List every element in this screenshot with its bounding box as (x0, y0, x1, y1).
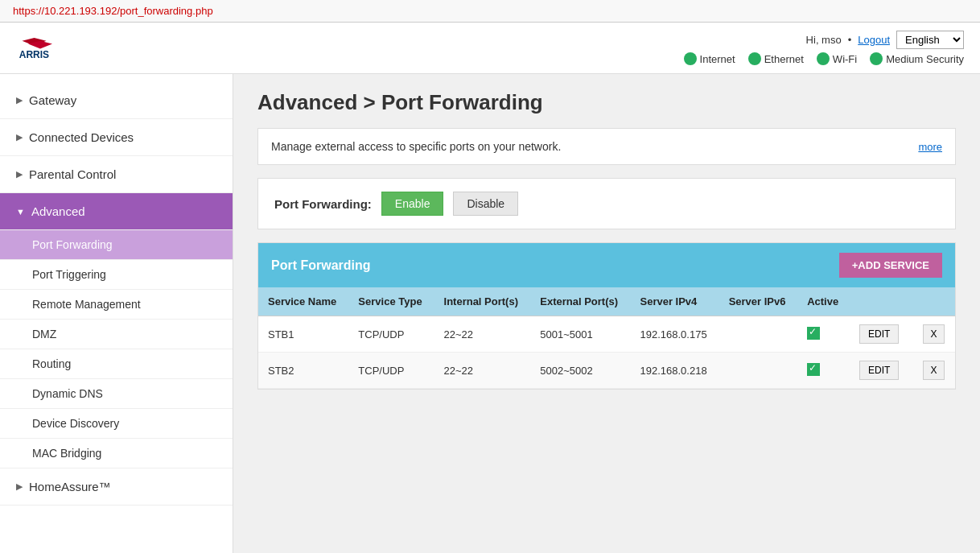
cell-server-ipv4: 192.168.0.218 (631, 353, 719, 389)
arrow-icon-homeassure: ▶ (16, 481, 23, 492)
svg-text:ARRIS: ARRIS (19, 48, 49, 60)
cell-external-ports: 5002~5002 (530, 353, 630, 389)
col-service-type: Service Type (348, 287, 434, 316)
port-forwarding-container: Port Forwarding +ADD SERVICE Service Nam… (257, 242, 956, 390)
active-checkbox[interactable] (807, 363, 820, 376)
status-ethernet: Ethernet (748, 52, 804, 65)
delete-button[interactable]: X (923, 361, 944, 380)
status-internet: Internet (684, 52, 735, 65)
sidebar-sub-routing[interactable]: Routing (0, 349, 233, 379)
pf-header: Port Forwarding +ADD SERVICE (258, 243, 955, 287)
arrow-icon-parental-control: ▶ (16, 169, 23, 180)
status-wifi: Wi-Fi (817, 52, 857, 65)
col-internal-ports: Internal Port(s) (434, 287, 531, 316)
edit-button[interactable]: EDIT (859, 324, 899, 344)
cell-server-ipv6 (719, 353, 798, 389)
top-bar: ARRIS Hi, mso • Logout English Español F… (0, 23, 980, 74)
sidebar-label-parental-control: Parental Control (29, 167, 116, 181)
sidebar-item-advanced[interactable]: ▼ Advanced (0, 193, 233, 230)
sidebar-sub-label-mac-bridging: MAC Bridging (32, 447, 101, 460)
sidebar-label-advanced: Advanced (31, 204, 85, 218)
cell-service-name: STB2 (258, 353, 348, 389)
port-forwarding-table: Service Name Service Type Internal Port(… (258, 287, 955, 389)
sidebar-sub-port-triggering[interactable]: Port Triggering (0, 260, 233, 290)
sidebar-sub-label-routing: Routing (32, 357, 71, 370)
cell-delete[interactable]: X (913, 316, 955, 353)
status-label-wifi: Wi-Fi (833, 53, 857, 65)
col-external-ports: External Port(s) (530, 287, 630, 316)
delete-button[interactable]: X (923, 324, 944, 344)
sidebar-sub-dynamic-dns[interactable]: Dynamic DNS (0, 379, 233, 409)
active-checkbox[interactable] (807, 327, 820, 340)
cell-edit[interactable]: EDIT (850, 353, 914, 389)
logout-link[interactable]: Logout (858, 34, 890, 46)
separator: • (848, 34, 852, 46)
sidebar-sub-port-forwarding[interactable]: Port Forwarding (0, 230, 233, 260)
col-server-ipv6: Server IPv6 (719, 287, 798, 316)
cell-active (797, 316, 850, 353)
sidebar: ▶ Gateway ▶ Connected Devices ▶ Parental… (0, 74, 233, 553)
cell-service-name: STB1 (258, 316, 348, 353)
arrow-icon-gateway: ▶ (16, 95, 23, 105)
sidebar-label-connected-devices: Connected Devices (29, 130, 134, 144)
arris-logo-svg: ARRIS (16, 32, 64, 64)
table-head: Service Name Service Type Internal Port(… (258, 287, 955, 316)
sidebar-item-gateway[interactable]: ▶ Gateway (0, 82, 233, 119)
top-right-area: Hi, mso • Logout English Español Françai… (684, 31, 964, 65)
edit-button[interactable]: EDIT (859, 361, 899, 380)
table-header-row: Service Name Service Type Internal Port(… (258, 287, 955, 316)
layout: ▶ Gateway ▶ Connected Devices ▶ Parental… (0, 74, 980, 553)
cell-delete[interactable]: X (913, 353, 955, 389)
enable-button[interactable]: Enable (381, 192, 444, 216)
status-row: Internet Ethernet Wi-Fi Medium Security (684, 52, 964, 65)
sidebar-item-connected-devices[interactable]: ▶ Connected Devices (0, 119, 233, 156)
more-link[interactable]: more (918, 141, 942, 153)
status-dot-security (870, 52, 883, 65)
user-info-row: Hi, mso • Logout English Español Françai… (806, 31, 964, 49)
sidebar-item-homeassure[interactable]: ▶ HomeAssure™ (0, 468, 233, 506)
sidebar-label-homeassure: HomeAssure™ (29, 480, 111, 493)
sidebar-sub-label-remote-management: Remote Management (32, 298, 141, 311)
sidebar-sub-label-dynamic-dns: Dynamic DNS (32, 387, 103, 400)
page-title: Advanced > Port Forwarding (257, 90, 956, 115)
add-service-button[interactable]: +ADD SERVICE (839, 253, 942, 278)
status-label-ethernet: Ethernet (764, 53, 804, 65)
pf-section-title: Port Forwarding (271, 258, 371, 273)
cell-internal-ports: 22~22 (434, 353, 531, 389)
greeting-text: Hi, mso (806, 34, 842, 46)
col-delete (913, 287, 955, 316)
cell-service-type: TCP/UDP (348, 316, 434, 353)
address-bar: https://10.221.193.192/port_forwarding.p… (0, 0, 980, 23)
col-active: Active (797, 287, 850, 316)
address-url: https://10.221.193.192/port_forwarding.p… (13, 5, 213, 17)
status-dot-ethernet (748, 52, 761, 65)
table-body: STB1 TCP/UDP 22~22 5001~5001 192.168.0.1… (258, 316, 955, 389)
status-label-security: Medium Security (886, 53, 964, 65)
sidebar-item-parental-control[interactable]: ▶ Parental Control (0, 156, 233, 193)
info-panel: Manage external access to specific ports… (257, 128, 956, 165)
table-row: STB2 TCP/UDP 22~22 5002~5002 192.168.0.2… (258, 353, 955, 389)
sidebar-sub-device-discovery[interactable]: Device Discovery (0, 409, 233, 439)
sidebar-sub-label-device-discovery: Device Discovery (32, 417, 119, 430)
toggle-panel: Port Forwarding: Enable Disable (257, 178, 956, 229)
language-select[interactable]: English Español Français (896, 31, 964, 49)
disable-button[interactable]: Disable (453, 192, 518, 216)
sidebar-label-gateway: Gateway (29, 93, 76, 107)
cell-edit[interactable]: EDIT (850, 316, 914, 353)
col-edit (850, 287, 914, 316)
sidebar-sub-mac-bridging[interactable]: MAC Bridging (0, 439, 233, 468)
sidebar-sub-remote-management[interactable]: Remote Management (0, 290, 233, 320)
cell-server-ipv4: 192.168.0.175 (631, 316, 719, 353)
sidebar-sub-label-dmz: DMZ (32, 328, 56, 340)
sidebar-sub-dmz[interactable]: DMZ (0, 320, 233, 349)
cell-external-ports: 5001~5001 (530, 316, 630, 353)
table-row: STB1 TCP/UDP 22~22 5001~5001 192.168.0.1… (258, 316, 955, 353)
status-dot-internet (684, 52, 697, 65)
main-content: Advanced > Port Forwarding Manage extern… (233, 74, 980, 553)
cell-active (797, 353, 850, 389)
info-text: Manage external access to specific ports… (271, 140, 561, 153)
cell-server-ipv6 (719, 316, 798, 353)
arrow-icon-advanced: ▼ (16, 207, 25, 217)
col-server-ipv4: Server IPv4 (631, 287, 719, 316)
status-label-internet: Internet (700, 53, 735, 65)
